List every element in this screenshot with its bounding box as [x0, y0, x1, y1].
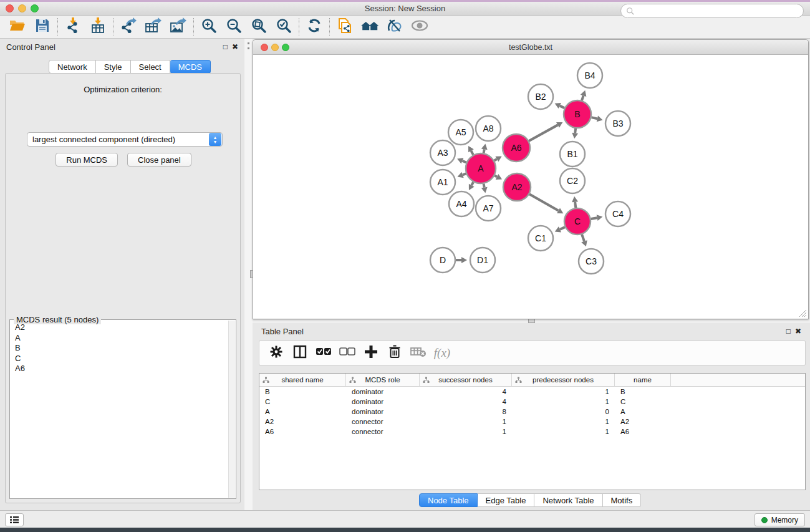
- graph-edge-C-C1[interactable]: [560, 227, 565, 230]
- tab-network[interactable]: Network: [49, 60, 96, 74]
- graph-node-A2[interactable]: A2: [503, 173, 531, 201]
- column-header-MCDS-role[interactable]: MCDS role: [346, 374, 420, 386]
- mcds-result-item[interactable]: B: [11, 343, 227, 354]
- import-network-button[interactable]: [60, 17, 85, 37]
- table-row[interactable]: A2connector11A2: [259, 417, 805, 427]
- graph-node-B2[interactable]: B2: [528, 84, 553, 109]
- graph-edge-A-A7[interactable]: [484, 184, 485, 188]
- resize-grip-icon[interactable]: [797, 307, 807, 317]
- mcds-result-item[interactable]: A: [11, 333, 227, 344]
- mcds-result-item[interactable]: A2: [11, 322, 227, 333]
- graph-edge-B-B3[interactable]: [591, 117, 597, 118]
- graph-node-A1[interactable]: A1: [430, 170, 455, 195]
- graph-edge-B-B4[interactable]: [582, 95, 584, 100]
- graph-node-C[interactable]: C: [564, 208, 591, 235]
- graph-edge-C-C4[interactable]: [591, 218, 597, 219]
- graph-edge-C-C2[interactable]: [575, 202, 576, 208]
- graph-node-B3[interactable]: B3: [605, 111, 630, 136]
- close-panel-button[interactable]: Close panel: [127, 153, 191, 167]
- optimization-criterion-select[interactable]: largest connected component (directed) ▲…: [27, 132, 223, 147]
- tab-select[interactable]: Select: [131, 60, 170, 74]
- graph-node-A4[interactable]: A4: [449, 191, 474, 216]
- tab-style[interactable]: Style: [96, 60, 131, 74]
- zoom-selected-button[interactable]: [271, 17, 296, 37]
- mcds-result-scrollbar[interactable]: [228, 321, 235, 498]
- graph-node-A3[interactable]: A3: [430, 140, 455, 165]
- graph-node-B4[interactable]: B4: [577, 63, 602, 88]
- graph-edge-A6-B[interactable]: [529, 125, 557, 141]
- graph-edge-A2-C[interactable]: [529, 194, 559, 210]
- graph-edge-C-C3[interactable]: [582, 235, 584, 241]
- net-close-button[interactable]: [261, 44, 268, 51]
- memory-button[interactable]: Memory: [755, 513, 805, 526]
- tab-network-table[interactable]: Network Table: [534, 493, 602, 507]
- close-table-panel-icon[interactable]: ✖: [795, 327, 801, 335]
- graph-edge-A-A6[interactable]: [494, 159, 497, 160]
- zoom-fit-button[interactable]: [246, 17, 271, 37]
- graph-node-A8[interactable]: A8: [476, 116, 501, 141]
- graph-edge-A-A1[interactable]: [463, 173, 466, 175]
- eye-button[interactable]: [407, 17, 432, 37]
- table-row[interactable]: A6connector11A6: [259, 427, 805, 437]
- mcds-result-item[interactable]: A6: [11, 364, 227, 374]
- search-input[interactable]: [635, 7, 803, 16]
- export-table-button[interactable]: [141, 17, 166, 37]
- minimize-window-button[interactable]: [18, 4, 26, 12]
- graph-node-C2[interactable]: C2: [560, 168, 585, 193]
- graph-edge-A-A2[interactable]: [494, 175, 497, 177]
- graph-node-C3[interactable]: C3: [579, 249, 604, 274]
- network-window-titlebar[interactable]: testGlobe.txt: [253, 40, 808, 55]
- column-header-name[interactable]: name: [615, 374, 671, 386]
- gear-button[interactable]: [264, 342, 288, 364]
- graph-node-A7[interactable]: A7: [476, 196, 501, 221]
- select-all-button[interactable]: [312, 342, 335, 364]
- column-header-shared-name[interactable]: shared name: [259, 374, 346, 386]
- trash-button[interactable]: [383, 342, 407, 364]
- graph-node-C4[interactable]: C4: [605, 201, 630, 226]
- refresh-button[interactable]: [302, 17, 327, 37]
- graph-node-B[interactable]: B: [564, 100, 591, 128]
- graph-edge-A-A3[interactable]: [462, 161, 466, 163]
- table-row[interactable]: Bdominator41B: [259, 387, 805, 397]
- node-table[interactable]: shared name MCDS role successor nodes pr…: [259, 373, 806, 490]
- hide-annotations-button[interactable]: [382, 17, 407, 37]
- open-folder-button[interactable]: [5, 17, 30, 37]
- export-image-button[interactable]: [166, 17, 191, 37]
- mcds-result-item[interactable]: C: [11, 354, 227, 364]
- show-panel-list-button[interactable]: [5, 513, 24, 526]
- graph-edge-A-A4[interactable]: [471, 182, 473, 185]
- graph-node-A5[interactable]: A5: [448, 120, 473, 145]
- graph-edge-A-A8[interactable]: [484, 149, 485, 153]
- import-table-button[interactable]: [85, 17, 110, 37]
- graph-edge-B-B2[interactable]: [560, 106, 565, 109]
- graph-node-A6[interactable]: A6: [503, 134, 530, 162]
- zoom-in-button[interactable]: [196, 17, 221, 37]
- graph-node-D[interactable]: D: [430, 248, 455, 273]
- tab-mcds[interactable]: MCDS: [170, 60, 211, 74]
- table-row[interactable]: Cdominator41C: [259, 397, 805, 407]
- duplicate-network-button[interactable]: [332, 17, 357, 37]
- float-table-panel-icon[interactable]: □: [786, 327, 791, 335]
- float-panel-icon[interactable]: □: [223, 43, 228, 51]
- graph-node-D1[interactable]: D1: [470, 248, 495, 273]
- run-mcds-button[interactable]: Run MCDS: [55, 153, 118, 167]
- close-panel-icon[interactable]: ✖: [232, 43, 238, 51]
- close-window-button[interactable]: [6, 4, 14, 12]
- tab-node-table[interactable]: Node Table: [419, 493, 478, 507]
- homes-button[interactable]: [357, 17, 382, 37]
- columns-button[interactable]: [288, 342, 312, 364]
- graph-edge-B-B1[interactable]: [575, 128, 576, 133]
- zoom-out-button[interactable]: [221, 17, 246, 37]
- tab-motifs[interactable]: Motifs: [603, 493, 642, 507]
- function-builder-button[interactable]: f(x): [430, 342, 454, 364]
- net-maximize-button[interactable]: [282, 44, 289, 51]
- save-button[interactable]: [30, 17, 55, 37]
- graph-node-B1[interactable]: B1: [560, 142, 585, 167]
- tab-edge-table[interactable]: Edge Table: [478, 493, 535, 507]
- table-row[interactable]: Adominator80A: [259, 407, 805, 417]
- graph-edge-A-A5[interactable]: [471, 151, 473, 155]
- add-button[interactable]: [359, 342, 383, 364]
- graph-node-C1[interactable]: C1: [528, 226, 553, 251]
- maximize-window-button[interactable]: [31, 4, 39, 12]
- graph-node-A[interactable]: A: [466, 153, 496, 183]
